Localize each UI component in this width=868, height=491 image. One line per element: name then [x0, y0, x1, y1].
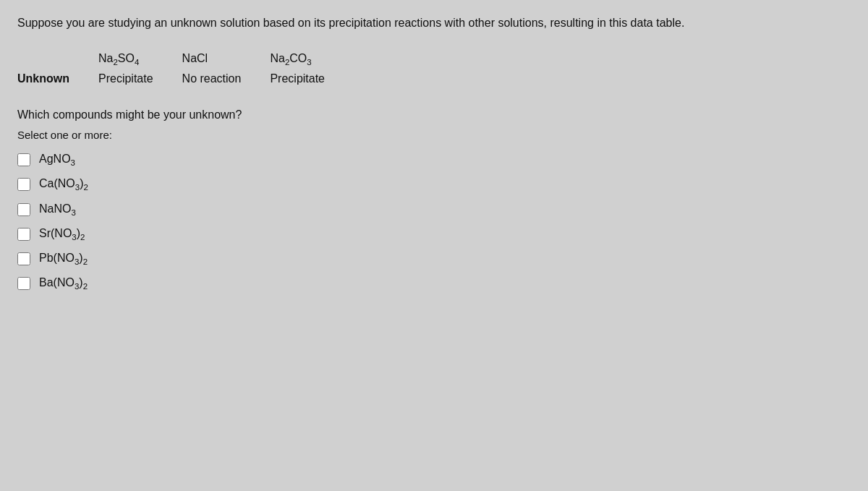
checkbox-ca-no3-2[interactable]: [17, 178, 30, 191]
answer-options-list: AgNO3 Ca(NO3)2 NaNO3 Sr(NO3)2 Pb(NO3)2 B…: [17, 153, 851, 291]
header-nacl: NaCl: [182, 49, 271, 69]
question-text: Which compounds might be your unknown?: [17, 108, 851, 121]
list-item-ca-no3-2[interactable]: Ca(NO3)2: [17, 177, 851, 192]
checkbox-agno3[interactable]: [17, 153, 30, 166]
label-nano3: NaNO3: [39, 202, 76, 217]
header-empty: [17, 49, 98, 69]
intro-paragraph: Suppose you are studying an unknown solu…: [17, 14, 851, 32]
list-item-agnо3[interactable]: AgNO3: [17, 153, 851, 167]
label-ca-no3-2: Ca(NO3)2: [39, 177, 88, 192]
list-item-ba-no3-2[interactable]: Ba(NO3)2: [17, 276, 851, 291]
checkbox-ba-no3-2[interactable]: [17, 277, 30, 290]
table-header-row: Na2SO4 NaCl Na2CO3: [17, 49, 354, 69]
cell-na2so4-reaction: Precipitate: [98, 69, 182, 88]
list-item-sr-no3-2[interactable]: Sr(NO3)2: [17, 227, 851, 242]
label-agno3: AgNO3: [39, 153, 75, 167]
row-label-unknown: Unknown: [17, 69, 98, 88]
cell-nacl-reaction: No reaction: [182, 69, 271, 88]
cell-na2co3-reaction: Precipitate: [270, 69, 354, 88]
checkbox-nano3[interactable]: [17, 203, 30, 216]
header-na2so4: Na2SO4: [98, 49, 182, 69]
table-data-row: Unknown Precipitate No reaction Precipit…: [17, 69, 354, 88]
label-pb-no3-2: Pb(NO3)2: [39, 252, 88, 266]
label-ba-no3-2: Ba(NO3)2: [39, 276, 88, 291]
select-instruction: Select one or more:: [17, 129, 851, 141]
label-sr-no3-2: Sr(NO3)2: [39, 227, 85, 242]
precipitation-table: Na2SO4 NaCl Na2CO3 Unknown Precipitate N…: [17, 49, 354, 88]
data-table-section: Na2SO4 NaCl Na2CO3 Unknown Precipitate N…: [17, 49, 851, 88]
checkbox-pb-no3-2[interactable]: [17, 252, 30, 265]
list-item-pb-no3-2[interactable]: Pb(NO3)2: [17, 252, 851, 266]
list-item-nano3[interactable]: NaNO3: [17, 202, 851, 217]
checkbox-sr-no3-2[interactable]: [17, 228, 30, 241]
header-na2co3: Na2CO3: [270, 49, 354, 69]
